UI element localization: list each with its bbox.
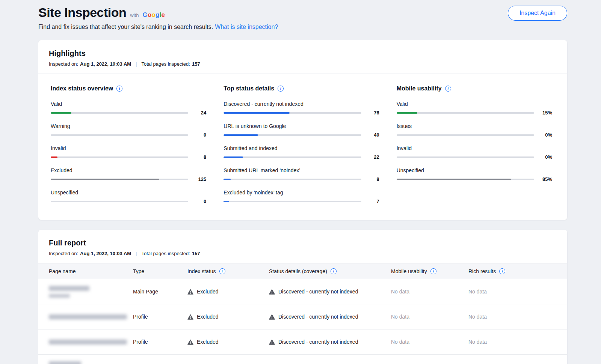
column-header-label: Type <box>133 268 144 274</box>
info-icon[interactable]: i <box>499 268 505 274</box>
no-data-label: No data <box>468 289 487 295</box>
column-header-status-details-coverage-: Status details (coverage)i <box>269 263 391 279</box>
type-cell: Product <box>133 355 187 364</box>
google-letter: e <box>162 11 165 18</box>
total-pages-label: Total pages inspected: <box>142 251 190 256</box>
full-report-title: Full report <box>49 239 557 247</box>
mobile-usability-cell: No data <box>391 355 468 364</box>
column-header-inner: Rich resultsi <box>468 268 567 274</box>
type-cell: Main Page <box>133 279 187 304</box>
meta-separator: | <box>136 251 137 256</box>
stat-label: Valid <box>51 101 206 107</box>
inspected-on-label: Inspected on: <box>49 251 78 256</box>
warning-icon <box>187 289 193 295</box>
type-cell: Profile <box>133 329 187 355</box>
stat-bar: 40 <box>223 132 379 138</box>
stat-label: Invalid <box>51 145 206 151</box>
stat-value: 7 <box>361 199 379 204</box>
stat-value: 0% <box>534 132 552 138</box>
column-header-label: Index status <box>187 268 216 274</box>
google-letter: g <box>156 11 160 18</box>
warning-icon <box>187 314 193 320</box>
bar-fill <box>223 179 230 180</box>
google-logo: Google <box>142 11 165 19</box>
column-header-index-status: Index statusi <box>187 263 269 279</box>
highlights-card: Highlights Inspected on: Aug 1, 2022, 10… <box>38 40 567 220</box>
page-name-redacted-line <box>49 286 89 291</box>
index-status-cell: Excluded <box>187 279 269 304</box>
column-header-label: Rich results <box>468 268 496 274</box>
bar-fill <box>51 112 71 114</box>
stat-bar: 7 <box>223 199 379 204</box>
inspect-again-button[interactable]: Inspect Again <box>508 6 567 21</box>
info-icon[interactable]: i <box>445 86 451 92</box>
stat-value: 15% <box>534 110 552 116</box>
stat-value: 0 <box>188 199 206 204</box>
page-header: Site Inspection with Google Find and fix… <box>0 0 601 30</box>
highlight-column-title: Index status overview <box>51 85 113 92</box>
stat-value: 0 <box>188 132 206 138</box>
status-details-cell: Discovered - currently not indexed <box>269 279 391 304</box>
page-subtitle: Find and fix issues that affect your sit… <box>38 24 278 30</box>
stat-label: Unspecified <box>51 190 206 196</box>
stat-label: Invalid <box>397 145 552 151</box>
stat-value: 76 <box>361 110 379 116</box>
info-icon[interactable]: i <box>331 268 337 274</box>
status-details-cell: Discovered - currently not indexed <box>269 304 391 329</box>
meta-separator: | <box>136 61 137 67</box>
bar-track <box>51 179 188 180</box>
page-name-redacted-block <box>38 361 133 364</box>
stat-row: Invalid8 <box>51 145 206 160</box>
stat-value: 85% <box>534 176 552 182</box>
column-header-rich-results: Rich resultsi <box>468 263 567 279</box>
full-report-card-header: Full report Inspected on: Aug 1, 2022, 1… <box>38 230 567 263</box>
stat-row: Unspecified85% <box>397 167 552 182</box>
highlight-column-header: Index status overviewi <box>51 85 206 92</box>
no-data-label: No data <box>391 339 409 345</box>
status-label: Excluded <box>197 339 219 345</box>
stat-bar: 125 <box>51 176 206 182</box>
stat-bar: 0% <box>397 154 552 160</box>
no-data-label: No data <box>391 314 409 320</box>
warning-icon <box>269 314 275 320</box>
column-header-inner: Mobile usabilityi <box>391 268 468 274</box>
info-icon[interactable]: i <box>219 268 225 274</box>
column-header-label: Page name <box>49 268 76 274</box>
type-cell: Profile <box>133 304 187 329</box>
no-data-label: No data <box>391 289 409 295</box>
what-is-site-inspection-link[interactable]: What is site inspection? <box>215 24 278 30</box>
highlight-column-1: Index status overviewiValid24Warning0Inv… <box>51 85 206 204</box>
stat-row: Discovered - currently not indexed76 <box>223 101 379 116</box>
bar-track <box>51 112 188 114</box>
total-pages-value: 157 <box>192 61 200 67</box>
stat-label: URL is unknown to Google <box>223 123 379 129</box>
stat-label: Discovered - currently not indexed <box>223 101 379 107</box>
stat-label: Excluded by ‘noindex’ tag <box>223 190 379 196</box>
google-letter: o <box>151 11 156 18</box>
info-icon[interactable]: i <box>430 268 436 274</box>
stat-row: Valid24 <box>51 101 206 116</box>
bar-track <box>223 179 361 180</box>
page-name-cell <box>38 304 133 329</box>
bar-track <box>51 134 188 136</box>
info-icon[interactable]: i <box>116 86 122 92</box>
stat-row: URL is unknown to Google40 <box>223 123 379 138</box>
bar-track <box>223 112 361 114</box>
site-inspection-page: Site Inspection with Google Find and fix… <box>0 0 601 364</box>
highlight-column-header: Mobile usabilityi <box>397 85 552 92</box>
bar-fill <box>397 112 417 114</box>
info-icon[interactable]: i <box>278 86 284 92</box>
page-name-redacted-line <box>49 340 127 344</box>
stat-value: 0% <box>534 154 552 160</box>
warning-icon <box>187 339 193 345</box>
bar-fill <box>223 201 229 202</box>
column-header-inner: Page name <box>38 268 133 274</box>
google-letter: G <box>142 11 147 18</box>
mobile-usability-cell: No data <box>391 329 468 355</box>
table-row: Product!Invalid!Submitted, marked ‘noind… <box>38 355 567 364</box>
highlight-column-3: Mobile usabilityiValid15%Issues0%Invalid… <box>397 85 552 204</box>
page-name-redacted-block <box>38 340 133 344</box>
stat-value: 40 <box>361 132 379 138</box>
stat-value: 125 <box>188 176 206 182</box>
rich-results-cell: No data <box>468 279 567 304</box>
